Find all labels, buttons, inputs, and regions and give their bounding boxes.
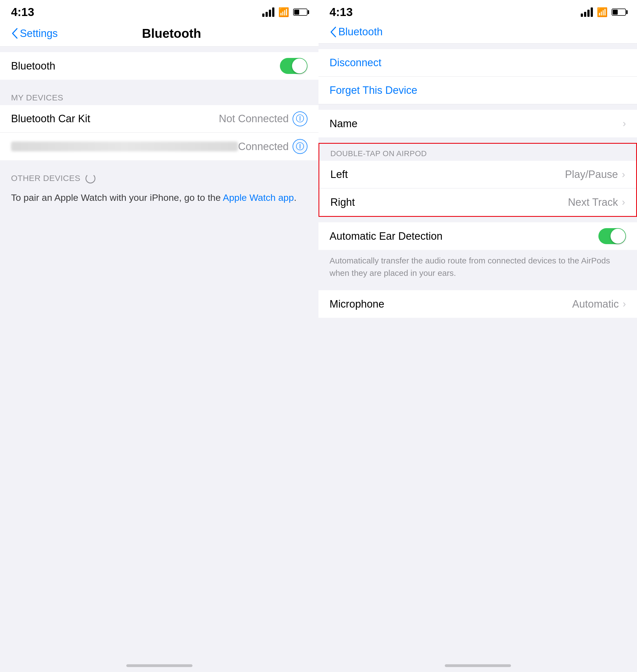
name-chevron: › <box>623 118 626 129</box>
bluetooth-back-button[interactable]: Bluetooth <box>329 26 383 38</box>
name-group: Name › <box>318 110 637 137</box>
apple-watch-app-link[interactable]: Apple Watch app <box>223 192 294 203</box>
left-status-icons: 📶 <box>262 7 308 17</box>
car-kit-status: Not Connected <box>219 113 289 125</box>
disconnect-label: Disconnect <box>329 57 381 69</box>
right-airpod-value: Next Track <box>568 196 618 208</box>
forget-device-label: Forget This Device <box>329 84 417 96</box>
right-status-bar: 4:13 📶 <box>318 0 637 22</box>
device-row-airpods[interactable]: Connected Ⓘ <box>0 133 318 160</box>
right-wifi-icon: 📶 <box>597 7 608 17</box>
microphone-value: Automatic <box>572 298 619 310</box>
right-signal-icon <box>581 7 593 17</box>
bluetooth-toggle[interactable] <box>280 58 308 74</box>
microphone-group: Microphone Automatic › <box>318 290 637 318</box>
right-time: 4:13 <box>329 5 353 19</box>
right-home-indicator <box>445 664 511 667</box>
airpods-name-redacted <box>11 142 238 152</box>
ear-detection-toggle[interactable] <box>598 228 626 244</box>
ear-detection-description: Automatically transfer the audio route f… <box>318 250 637 285</box>
left-time: 4:13 <box>11 5 34 19</box>
battery-icon <box>293 8 308 16</box>
left-airpod-value: Play/Pause <box>565 169 618 180</box>
left-airpod-chevron: › <box>622 169 625 180</box>
settings-back-button[interactable]: Settings <box>11 28 58 39</box>
ear-detection-label: Automatic Ear Detection <box>329 230 598 242</box>
other-devices-header: Other Devices <box>11 174 80 183</box>
toggle-knob <box>292 58 307 73</box>
right-airpod-label: Right <box>330 196 568 208</box>
right-phone-panel: 4:13 📶 Bluetooth Disconnect <box>318 0 637 672</box>
left-airpod-row[interactable]: Left Play/Pause › <box>319 161 636 189</box>
airpods-info-button[interactable]: Ⓘ <box>293 139 308 154</box>
right-battery-icon <box>612 8 626 16</box>
forget-device-row[interactable]: Forget This Device <box>318 77 637 104</box>
microphone-row[interactable]: Microphone Automatic › <box>318 290 637 318</box>
signal-icon <box>262 7 274 17</box>
left-airpod-label: Left <box>330 169 565 180</box>
disconnect-row[interactable]: Disconnect <box>318 49 637 77</box>
microphone-chevron: › <box>623 298 626 310</box>
car-kit-label: Bluetooth Car Kit <box>11 113 219 125</box>
my-devices-group: Bluetooth Car Kit Not Connected Ⓘ Connec… <box>0 105 318 160</box>
device-row-car-kit[interactable]: Bluetooth Car Kit Not Connected Ⓘ <box>0 105 318 133</box>
other-devices-section: Other Devices <box>0 166 318 186</box>
my-devices-header: My Devices <box>0 85 318 105</box>
left-nav-bar: Settings Bluetooth <box>0 22 318 47</box>
left-status-bar: 4:13 📶 <box>0 0 318 22</box>
bluetooth-toggle-row: Bluetooth <box>0 52 318 80</box>
right-airpod-chevron: › <box>622 196 625 208</box>
car-kit-info-button[interactable]: Ⓘ <box>293 111 308 126</box>
right-nav-bar: Bluetooth <box>318 22 637 43</box>
name-label: Name <box>329 118 623 130</box>
ear-detection-group: Automatic Ear Detection <box>318 222 637 250</box>
bluetooth-toggle-group: Bluetooth <box>0 52 318 80</box>
device-actions-group: Disconnect Forget This Device <box>318 49 637 104</box>
double-tap-header: Double-Tap on AirPod <box>319 144 636 161</box>
left-phone-panel: 4:13 📶 Settings Bluetooth Blueto <box>0 0 318 672</box>
right-airpod-row[interactable]: Right Next Track › <box>319 189 636 216</box>
airpods-status: Connected <box>238 141 289 153</box>
double-tap-group: Double-Tap on AirPod Left Play/Pause › R… <box>318 143 637 217</box>
watch-pairing-text: To pair an Apple Watch with your iPhone,… <box>0 186 318 216</box>
ear-detection-toggle-knob <box>611 229 625 244</box>
loading-spinner <box>86 174 95 183</box>
right-status-icons: 📶 <box>581 7 626 17</box>
wifi-icon: 📶 <box>278 7 289 17</box>
ear-detection-row: Automatic Ear Detection <box>318 222 637 250</box>
left-nav-title: Bluetooth <box>58 26 286 41</box>
microphone-label: Microphone <box>329 298 572 310</box>
name-row[interactable]: Name › <box>318 110 637 137</box>
bluetooth-label: Bluetooth <box>11 60 280 72</box>
left-home-indicator <box>126 664 193 667</box>
